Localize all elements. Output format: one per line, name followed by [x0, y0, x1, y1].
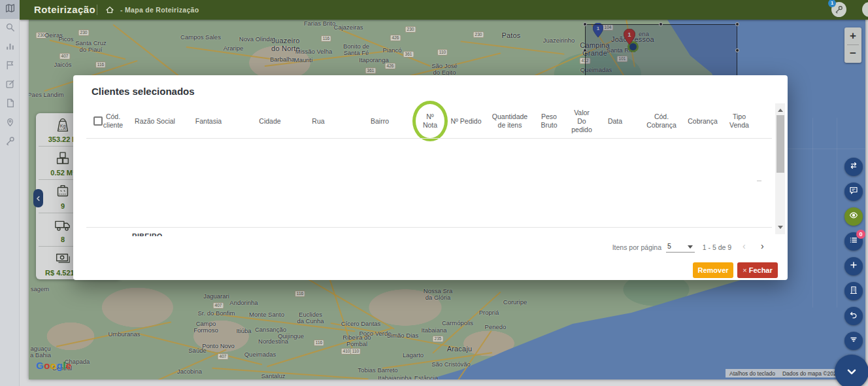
filter-button[interactable] — [844, 332, 863, 350]
pagination-range: 1 - 5 de 9 — [696, 243, 738, 251]
table-row-divider — [86, 227, 772, 228]
column-header: Cód. Cobrança — [646, 113, 676, 130]
scrollbar-thumb[interactable] — [776, 115, 784, 173]
divider — [97, 5, 97, 15]
items-per-page-label: Itens por página — [576, 243, 661, 251]
column-header: Nº Pedido — [450, 117, 481, 126]
plus-button[interactable] — [844, 257, 863, 275]
search-icon — [5, 22, 15, 35]
wrench-icon — [5, 136, 15, 149]
sidebar-item-pin[interactable] — [0, 114, 20, 133]
undo-icon — [849, 310, 858, 322]
bar-chart-icon — [5, 41, 15, 54]
swap-icon — [849, 161, 858, 173]
empty-cell-dash — [757, 181, 761, 181]
column-header: Cód. cliente — [103, 113, 123, 130]
remove-button[interactable]: Remover — [693, 262, 733, 278]
column-header: Quantidade de itens — [492, 113, 527, 130]
sidebar-item-bar-chart[interactable] — [0, 38, 20, 57]
column-header: Rua — [312, 117, 324, 126]
sidebar-item-routes[interactable] — [0, 57, 20, 76]
expand-toolbar-button[interactable] — [835, 355, 868, 386]
swap-button[interactable] — [844, 158, 863, 176]
select-all-checkbox[interactable] — [93, 116, 103, 126]
column-header: Fantasia — [195, 117, 222, 126]
map-icon — [5, 3, 15, 16]
sidebar-item-search[interactable] — [0, 19, 20, 38]
column-header: Cobrança — [688, 117, 718, 126]
count-badge: 0 — [856, 230, 865, 239]
document-icon — [5, 98, 15, 111]
left-sidebar — [0, 0, 20, 386]
edit-icon — [5, 79, 15, 92]
chat-icon — [849, 186, 858, 198]
close-icon: × — [743, 266, 746, 274]
plus-icon — [849, 260, 858, 272]
eye-button[interactable] — [844, 207, 863, 226]
caret-down-icon — [688, 245, 693, 249]
selected-clients-modal: Clientes selecionados Cód. clienteRazão … — [73, 75, 788, 280]
sidebar-item-wrench[interactable] — [0, 133, 20, 152]
building-button[interactable] — [844, 282, 863, 300]
list-button[interactable]: 0 — [844, 232, 863, 251]
routes-icon — [5, 60, 15, 73]
column-header: Cidade — [259, 117, 280, 126]
column-header: Data — [608, 117, 622, 126]
column-header: Razão Social — [135, 117, 175, 126]
chevron-down-icon — [845, 365, 858, 378]
previous-page-button[interactable]: ‹ — [743, 241, 746, 251]
modal-title: Clientes selecionados — [92, 86, 195, 97]
table-scrollbar[interactable] — [775, 103, 785, 234]
building-icon — [849, 285, 858, 297]
undo-button[interactable] — [844, 307, 863, 325]
table-row[interactable]: RIBEIRO — [132, 230, 224, 236]
filter-icon — [849, 335, 858, 347]
top-bar: Roteirização - Mapa de Roteirização 1 ! — [20, 0, 868, 20]
highlight-annotation-ring — [412, 101, 448, 141]
sidebar-item-map[interactable] — [0, 0, 20, 19]
close-button[interactable]: ×Fechar — [737, 262, 778, 278]
sidebar-item-document[interactable] — [0, 95, 20, 114]
pin-icon — [5, 117, 15, 130]
sidebar-item-edit[interactable] — [0, 76, 20, 95]
items-per-page-select[interactable]: 5 — [666, 241, 695, 253]
chat-button[interactable] — [844, 183, 863, 201]
column-header: Peso Bruto — [541, 113, 557, 130]
breadcrumb: - Mapa de Roteirização — [120, 6, 199, 14]
home-icon[interactable] — [105, 5, 114, 14]
alert-button[interactable]: ! — [862, 2, 868, 17]
column-header: Valor Do pedido — [571, 109, 592, 134]
column-header: Tipo Venda — [729, 113, 749, 130]
eye-icon — [849, 211, 858, 222]
next-page-button[interactable]: › — [761, 241, 764, 251]
app-title: Roteirização — [34, 4, 95, 15]
column-header: Bairro — [371, 117, 389, 126]
table-header-divider — [86, 138, 772, 139]
app-window: Roteirização - Mapa de Roteirização 1 ! … — [0, 0, 868, 386]
scroll-up-icon[interactable] — [778, 109, 783, 112]
scroll-down-icon[interactable] — [778, 226, 783, 229]
